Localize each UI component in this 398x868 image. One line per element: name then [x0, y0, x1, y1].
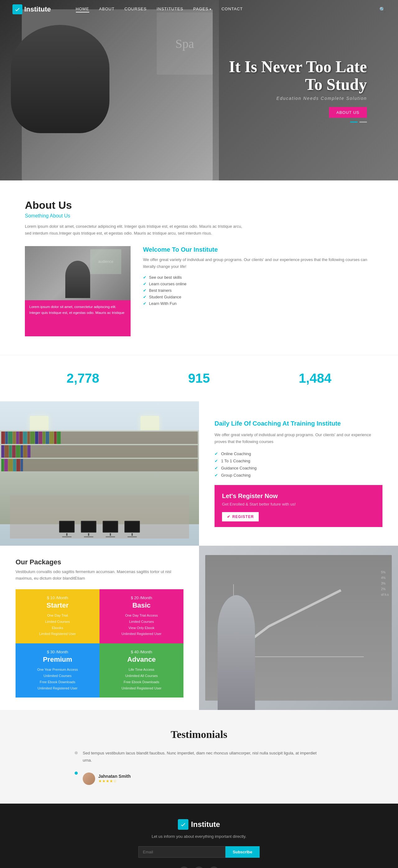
about-right-title: Welcome To Our Institute	[143, 246, 373, 253]
subscribe-button[interactable]: SubscrIbe	[225, 846, 260, 858]
google-plus-icon[interactable]: g+	[209, 866, 219, 868]
about-right-content: Welcome To Our Institute We offer great …	[143, 246, 373, 308]
hero-image: Spa	[0, 0, 219, 181]
hero-subtitle: Education Needs Complete Solution	[229, 96, 367, 101]
pkg-features-premium: One Year Premium Access Unlimited Course…	[22, 667, 93, 691]
packages-title: Our Packages	[15, 558, 184, 566]
list-item: Learn With Fun	[143, 301, 373, 306]
checkmark-icon	[14, 6, 21, 12]
about-image: audience Lorem ipsum dolor sit amet, con…	[25, 246, 131, 336]
about-grid: audience Lorem ipsum dolor sit amet, con…	[25, 246, 373, 336]
nav-courses[interactable]: COURSES	[124, 6, 146, 12]
coaching-list-item: Group Coaching	[214, 473, 383, 477]
pkg-name-basic: Basic	[106, 601, 177, 610]
packages-left: Our Packages Vestibulum convallis odio s…	[0, 546, 199, 710]
stat-number-2: 915	[141, 371, 257, 386]
twitter-icon[interactable]: t	[194, 866, 204, 868]
register-button[interactable]: ✔ REGISTER	[222, 512, 259, 521]
stat-3: 1,484	[257, 371, 373, 386]
testimonial-name: Jahnatan Smith	[98, 774, 131, 779]
coaching-list: Online Coaching 1 To 1 Coaching Guidance…	[214, 452, 383, 477]
coaching-image	[0, 401, 199, 546]
footer-logo-icon	[178, 819, 189, 830]
testimonial-item-1: Sed tempus vestibulum lacus blandit fauc…	[75, 750, 323, 764]
pkg-price-starter: $ 10 /Month	[22, 595, 93, 600]
testimonials-title: Testimonials	[25, 728, 373, 740]
about-right-desc: We offer great variety of individual and…	[143, 256, 373, 270]
register-box: Let's Register Now Get Enrolled & Start …	[214, 485, 383, 527]
pkg-features-advance: Life Time Access Unlimited All Courses F…	[106, 667, 177, 691]
nav-links: HOME ABOUT COURSES INSTITUTES PAGES CONT…	[76, 6, 243, 12]
nav-institutes[interactable]: INSTITUTES	[157, 6, 184, 12]
stat-number-3: 1,484	[257, 371, 373, 386]
packages-grid: $ 10 /Month Starter One Day Trial Limite…	[15, 589, 184, 698]
nav-about[interactable]: ABOUT	[99, 6, 115, 12]
search-icon[interactable]: 🔍	[379, 6, 386, 12]
list-item: Learn courses online	[143, 282, 373, 286]
register-subtitle: Get Enrolled & Start better future with …	[222, 501, 375, 508]
list-item: Best trainers	[143, 288, 373, 293]
pkg-price-advance: $ 40 /Month	[106, 650, 177, 654]
about-description: Lorem ipsum dolor sit amet, consectetur …	[25, 223, 242, 237]
package-starter: $ 10 /Month Starter One Day Trial Limite…	[15, 589, 100, 643]
about-subtitle: Something About Us	[25, 213, 373, 219]
footer-email-row: SubscrIbe	[0, 846, 398, 858]
nav-logo[interactable]: Institute	[12, 4, 51, 14]
email-input[interactable]	[138, 846, 225, 858]
pkg-features-starter: One Day Trial Limited Courses Ebooks Lim…	[22, 613, 93, 637]
about-section: About Us Something About Us Lorem ipsum …	[0, 181, 398, 355]
stat-number-1: 2,778	[25, 371, 141, 386]
logo-text: Institute	[24, 5, 51, 13]
about-img-caption: Lorem ipsum dolor sit amet, consectetur …	[25, 300, 131, 336]
testimonial-stars: ★★★★☆	[98, 779, 131, 783]
pkg-name-premium: Premium	[22, 655, 93, 663]
footer-checkmark-icon	[180, 822, 186, 828]
packages-image: 5%4%3%2%of h.s	[199, 546, 398, 710]
coaching-content: Daily Life Of Coaching At Training Insti…	[199, 401, 398, 546]
testimonial-author-block: Jahnatan Smith ★★★★☆	[83, 770, 131, 785]
nav-contact[interactable]: CONTACT	[221, 6, 243, 12]
footer-logo: Institute	[0, 819, 398, 830]
package-premium: $ 30 /Month Premium One Year Premium Acc…	[15, 643, 100, 698]
testimonial-dot-2	[75, 772, 78, 775]
hero-title: It Is Never Too Late To Study	[229, 58, 367, 93]
about-title: About Us	[25, 199, 373, 211]
coaching-title: Daily Life Of Coaching At Training Insti…	[214, 420, 383, 427]
hero-dots	[229, 122, 367, 123]
package-advance: $ 40 /Month Advance Life Time Access Unl…	[100, 643, 184, 698]
testimonial-avatar	[83, 773, 95, 785]
testimonial-dot-1	[75, 751, 78, 754]
nav-home[interactable]: HOME	[76, 6, 89, 12]
package-basic: $ 20 /Month Basic One Day Trial Access L…	[100, 589, 184, 643]
testimonial-list: Sed tempus vestibulum lacus blandit fauc…	[75, 750, 323, 785]
footer-social: f t g+	[0, 866, 398, 868]
footer-logo-text: Institute	[191, 820, 220, 829]
footer: Institute Let us inform you about everyt…	[0, 804, 398, 868]
register-icon: ✔	[227, 515, 230, 519]
testimonial-item-author: Jahnatan Smith ★★★★☆	[75, 770, 323, 785]
navbar: Institute HOME ABOUT COURSES INSTITUTES …	[0, 0, 398, 19]
coaching-desc: We offer great variety of individual and…	[214, 432, 383, 445]
logo-icon	[12, 4, 22, 14]
coaching-list-item: 1 To 1 Coaching	[214, 459, 383, 463]
coaching-section: Daily Life Of Coaching At Training Insti…	[0, 401, 398, 546]
testimonial-author: Jahnatan Smith ★★★★☆	[83, 773, 131, 785]
stat-2: 915	[141, 371, 257, 386]
pkg-price-basic: $ 20 /Month	[106, 595, 177, 600]
list-item: See our best skills	[143, 275, 373, 280]
footer-tagline: Let us inform you about everything impor…	[0, 834, 398, 839]
facebook-icon[interactable]: f	[179, 866, 189, 868]
coaching-list-item: Online Coaching	[214, 452, 383, 456]
pkg-features-basic: One Day Trial Access Limited Courses Vie…	[106, 613, 177, 637]
stat-1: 2,778	[25, 371, 141, 386]
hero-section: Spa It Is Never Too Late To Study Educat…	[0, 0, 398, 181]
testimonials-section: Testimonials Sed tempus vestibulum lacus…	[0, 710, 398, 803]
about-list: See our best skills Learn courses online…	[143, 275, 373, 306]
hero-content: It Is Never Too Late To Study Education …	[229, 58, 367, 123]
stats-section: 2,778 915 1,484	[0, 355, 398, 401]
nav-pages[interactable]: PAGES	[193, 6, 212, 12]
testimonial-body-1: Sed tempus vestibulum lacus blandit fauc…	[83, 750, 323, 764]
pkg-name-advance: Advance	[106, 655, 177, 663]
hero-about-button[interactable]: About Us	[329, 107, 367, 118]
testimonial-text-1: Sed tempus vestibulum lacus blandit fauc…	[83, 750, 323, 764]
